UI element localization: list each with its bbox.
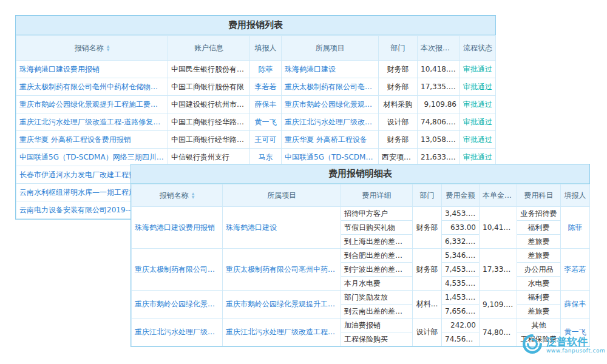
- department-cell: 财务部: [413, 249, 442, 291]
- project-link[interactable]: 重庆太极制药有限公司亳州中药材仓储物流...: [223, 249, 341, 291]
- status-link[interactable]: 审批通过: [460, 61, 496, 78]
- sort-icon[interactable]: [107, 44, 110, 52]
- expense-detail-cell: 到合肥出差的差旅费: [341, 249, 413, 263]
- sort-icon[interactable]: [192, 192, 195, 199]
- reporter-link[interactable]: 李若若: [561, 249, 590, 291]
- status-link[interactable]: 审批通过: [460, 78, 496, 96]
- expense-detail-cell: 到云南出差的差旅费: [341, 305, 413, 318]
- col-reporter[interactable]: 填报人: [561, 184, 590, 207]
- reporter-link[interactable]: 王可可: [250, 131, 282, 149]
- project-link[interactable]: 珠海鹤港口建设: [223, 207, 341, 249]
- col-account-info[interactable]: 账户信息: [168, 36, 250, 61]
- expense-category-cell: 福利费: [517, 291, 561, 305]
- col-reimbursement-name[interactable]: 报销名称: [132, 184, 223, 207]
- expense-category-cell: 差旅费: [517, 305, 561, 318]
- col-reimbursement-name-label: 报销名称: [160, 191, 189, 200]
- detail-row: 重庆江北污水处理厂级改造工程-...重庆江北污水处理厂级改造工程-道路修复工加油…: [132, 318, 590, 332]
- department-cell: 财务部: [379, 61, 418, 78]
- col-total-amount[interactable]: 本单金额合计: [480, 184, 517, 207]
- expense-category-cell: 其他: [517, 318, 561, 332]
- account-info-cell: 中国工商银行经华路支行: [168, 131, 250, 149]
- col-project[interactable]: 所属项目: [223, 184, 341, 207]
- project-link[interactable]: 重庆华夏 外高桥工程设备: [282, 131, 379, 149]
- reimbursement-name-link[interactable]: 重庆市鹅岭公园绿化景观提升工...: [132, 291, 223, 318]
- col-expense-amount[interactable]: 费用金额: [442, 184, 480, 207]
- reporter-link[interactable]: 薛保丰: [561, 291, 590, 318]
- detail-header-row: 报销名称 所属项目 费用详细 部门 费用金额 本单金额合计 费用科目 填报人: [132, 184, 590, 207]
- reporter-link[interactable]: 李若若: [250, 78, 282, 96]
- list-row: 重庆市鹅岭公园绿化景观提升工程施工费用报销中国建设银行杭州市上...薛保丰重庆市…: [16, 96, 496, 113]
- list-header-row: 报销名称 账户信息 填报人 所属项目 部门 本次报销金额 流程状态: [16, 36, 496, 61]
- col-project[interactable]: 所属项目: [282, 36, 379, 61]
- detail-row: 重庆市鹅岭公园绿化景观提升工...重庆市鹅岭公园绿化景观提升工程施工部门奖励发放…: [132, 291, 590, 305]
- expense-amount-cell: 5,346.35: [442, 249, 480, 263]
- col-amount[interactable]: 本次报销金额: [418, 36, 460, 61]
- status-link[interactable]: 审批通过: [460, 113, 496, 131]
- expense-category-cell: 业务招待费: [517, 207, 561, 221]
- reimbursement-name-link[interactable]: 珠海鹤港口建设费用报销: [16, 61, 168, 78]
- reimbursement-name-link[interactable]: 重庆太极制药有限公司亳州中药材仓储物流基地项...: [16, 78, 168, 96]
- reimbursement-name-link[interactable]: 重庆市鹅岭公园绿化景观提升工程施工费用报销: [16, 96, 168, 113]
- reimbursement-name-link[interactable]: 重庆太极制药有限公司亳州中药材...: [132, 249, 223, 291]
- expense-amount-cell: 1,453.00: [442, 291, 480, 305]
- expense-detail-panel: 费用报销明细表 报销名称 所属项目 费用详细 部门 费用金额 本单金额合计 费用…: [131, 164, 590, 347]
- department-cell: 财务部: [413, 207, 442, 249]
- expense-amount-cell: 242.00: [442, 318, 480, 332]
- detail-table-body: 珠海鹤港口建设费用报销珠海鹤港口建设招待甲方客户财务部3,453.6010,41…: [132, 207, 590, 346]
- amount-cell: 10,418.60: [418, 61, 460, 78]
- total-amount-cell: 74,806.00: [480, 318, 517, 346]
- expense-detail-cell: 招待甲方客户: [341, 207, 413, 221]
- expense-list-title: 费用报销列表: [16, 16, 495, 35]
- account-info-cell: 中国工商银行经华路支行: [168, 113, 250, 131]
- reporter-link[interactable]: 陈菲: [561, 207, 590, 249]
- detail-row: 珠海鹤港口建设费用报销珠海鹤港口建设招待甲方客户财务部3,453.6010,41…: [132, 207, 590, 221]
- total-amount-cell: 10,418.60: [480, 207, 517, 249]
- project-link[interactable]: 重庆市鹅岭公园绿化景观提升工程施工: [223, 291, 341, 318]
- expense-category-cell: 差旅费: [517, 235, 561, 249]
- expense-detail-title: 费用报销明细表: [131, 164, 589, 184]
- reimbursement-name-link[interactable]: 重庆华夏 外高桥工程设备费用报销: [16, 131, 168, 149]
- project-link[interactable]: 珠海鹤港口建设: [282, 61, 379, 78]
- list-row: 重庆太极制药有限公司亳州中药材仓储物流基地项...中国工商银行股份有限李若若重庆…: [16, 78, 496, 96]
- department-cell: 财务部: [379, 78, 418, 96]
- account-info-cell: 中国民生银行股份有限...: [168, 61, 250, 78]
- col-expense-category[interactable]: 费用科目: [517, 184, 561, 207]
- expense-amount-cell: 7,453.35: [442, 263, 480, 277]
- project-link[interactable]: 重庆市鹅岭公园绿化景观提升...: [282, 96, 379, 113]
- expense-amount-cell: 6,332.00: [442, 235, 480, 249]
- expense-amount-cell: 4,535.65: [442, 277, 480, 291]
- reimbursement-name-link[interactable]: 重庆江北污水处理厂级改造工程-...: [132, 318, 223, 346]
- project-link[interactable]: 重庆江北污水处理厂级改造工程-道路修复工: [223, 318, 341, 346]
- amount-cell: 9,109.86: [418, 96, 460, 113]
- reimbursement-name-link[interactable]: 重庆江北污水处理厂级改造工程-道路修复工程费用...: [16, 113, 168, 131]
- col-department[interactable]: 部门: [413, 184, 442, 207]
- project-link[interactable]: 重庆江北污水处理厂级改造工...: [282, 113, 379, 131]
- col-expense-detail[interactable]: 费用详细: [341, 184, 413, 207]
- brand-name: 泛普软件: [546, 336, 605, 348]
- reporter-link[interactable]: 黄一飞: [250, 113, 282, 131]
- status-link[interactable]: 审批通过: [460, 131, 496, 149]
- col-reimbursement-name-label: 报销名称: [75, 44, 104, 52]
- expense-detail-cell: 本月水电费: [341, 277, 413, 291]
- reporter-link[interactable]: 陈菲: [250, 61, 282, 78]
- expense-category-cell: 差旅费: [517, 249, 561, 263]
- department-cell: 材料采购: [379, 96, 418, 113]
- project-link[interactable]: 重庆太极制药有限公司亳州中...: [282, 78, 379, 96]
- col-reporter[interactable]: 填报人: [250, 36, 282, 61]
- expense-detail-cell: 部门奖励发放: [341, 291, 413, 305]
- expense-category-cell: 水电费: [517, 277, 561, 291]
- account-info-cell: 中国工商银行股份有限: [168, 78, 250, 96]
- col-reimbursement-name[interactable]: 报销名称: [16, 36, 168, 61]
- status-link[interactable]: 审批通过: [460, 96, 496, 113]
- expense-amount-cell: 7,656.86: [442, 305, 480, 318]
- detail-row: 重庆太极制药有限公司亳州中药材...重庆太极制药有限公司亳州中药材仓储物流...…: [132, 249, 590, 263]
- fanpu-logo-icon: [522, 334, 543, 356]
- reimbursement-name-link[interactable]: 珠海鹤港口建设费用报销: [132, 207, 223, 249]
- col-department[interactable]: 部门: [379, 36, 418, 61]
- brand-url: www.fanpusoft.com: [546, 348, 605, 354]
- col-status[interactable]: 流程状态: [460, 36, 496, 61]
- department-cell: 财务部: [379, 131, 418, 149]
- expense-detail-cell: 到宁波出差的差旅费: [341, 263, 413, 277]
- list-row: 珠海鹤港口建设费用报销中国民生银行股份有限...陈菲珠海鹤港口建设财务部10,4…: [16, 61, 496, 78]
- reporter-link[interactable]: 薛保丰: [250, 96, 282, 113]
